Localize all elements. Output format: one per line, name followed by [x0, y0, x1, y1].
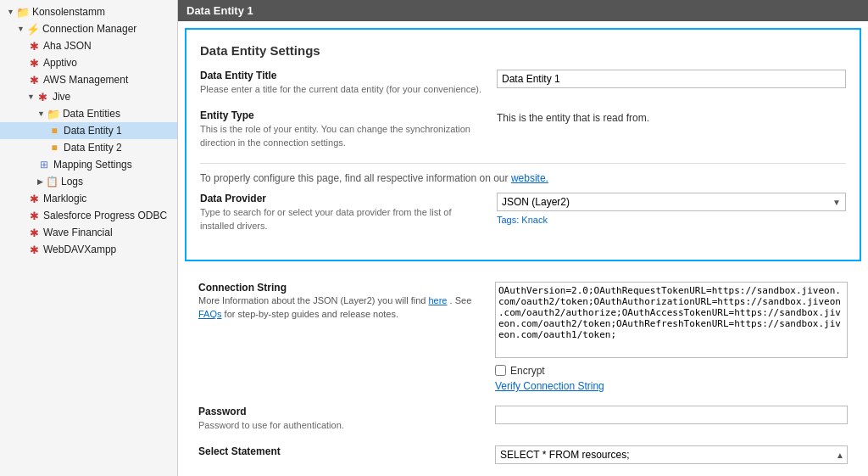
- here-link[interactable]: here: [428, 295, 447, 305]
- password-input[interactable]: [495, 406, 848, 424]
- entity-title-label: Data Entity Title: [200, 70, 487, 81]
- entity-title-desc: Please enter a title for the current dat…: [200, 83, 487, 96]
- password-control: [495, 406, 848, 424]
- sidebar-item-mapping-settings[interactable]: ⊞ Mapping Settings: [0, 156, 177, 173]
- sidebar-item-marklogic[interactable]: ✱ Marklogic: [0, 190, 177, 207]
- logs-icon: 📋: [45, 175, 58, 188]
- faqs-link[interactable]: FAQs: [198, 309, 222, 319]
- sidebar-item-konsolenstamm[interactable]: ▼ 📁 Konsolenstamm: [0, 3, 177, 20]
- data-provider-row: Data Provider Type to search for or sele…: [200, 193, 846, 232]
- gear-icon: ✱: [27, 39, 41, 53]
- sidebar-item-aha-json[interactable]: ✱ Aha JSON: [0, 37, 177, 54]
- entity-type-label-col: Entity Type This is the role of your ent…: [200, 109, 497, 149]
- sidebar-item-label: Data Entity 1: [64, 125, 122, 137]
- sidebar-item-logs[interactable]: ▶ 📋 Logs: [0, 173, 177, 190]
- chevron-up-icon: ▲: [836, 451, 844, 460]
- connection-string-label-col: Connection String More Information about…: [198, 282, 495, 325]
- sidebar-item-apptivo[interactable]: ✱ Apptivo: [0, 54, 177, 71]
- more-info-prefix: More Information about the JSON (Layer2)…: [198, 295, 426, 305]
- sidebar-item-label: Data Entity 2: [64, 142, 122, 154]
- gear-icon: ✱: [27, 209, 41, 222]
- sidebar-item-data-entity-2[interactable]: ■ Data Entity 2: [0, 139, 177, 156]
- tags-prefix: Tags:: [497, 215, 519, 225]
- sidebar-item-wave-financial[interactable]: ✱ Wave Financial: [0, 224, 177, 241]
- data-provider-select[interactable]: JSON (Layer2) SQL Server OData SharePoin…: [497, 193, 846, 211]
- connection-string-control: OAuthVersion=2.0;OAuthRequestTokenURL=ht…: [495, 282, 848, 392]
- password-row: Password Password to use for authenticat…: [198, 406, 848, 432]
- arrow-icon: ▶: [37, 177, 43, 186]
- connection-string-textarea[interactable]: OAuthVersion=2.0;OAuthRequestTokenURL=ht…: [495, 282, 848, 358]
- gear-icon: ✱: [27, 73, 41, 87]
- connection-string-label: Connection String: [198, 282, 485, 294]
- encrypt-checkbox[interactable]: [495, 365, 506, 376]
- main-panel: Data Entity 1 Data Entity Settings Data …: [178, 0, 868, 476]
- see-text: . See: [450, 295, 472, 305]
- entity-title-input[interactable]: [497, 70, 846, 88]
- verify-connection-link[interactable]: Verify Connection String: [495, 380, 848, 392]
- main-body: Data Entity Settings Data Entity Title P…: [178, 21, 868, 476]
- sidebar-item-label: Salesforce Progress ODBC: [43, 210, 167, 221]
- mapping-icon: ⊞: [37, 158, 51, 171]
- sidebar-item-jive[interactable]: ▼ ✱ Jive: [0, 88, 177, 105]
- sidebar-item-label: Mapping Settings: [53, 159, 132, 171]
- select-statement-label: Select Statement: [198, 445, 485, 457]
- arrow-icon: ▼: [27, 92, 35, 101]
- info-text: To properly configure this page, find al…: [200, 172, 509, 184]
- entity-type-value: This is the entity that is read from.: [497, 109, 846, 124]
- sidebar-item-label: Connection Manager: [42, 23, 136, 35]
- entity-type-row: Entity Type This is the role of your ent…: [200, 109, 846, 149]
- entity-icon: ■: [47, 124, 61, 137]
- sidebar-item-webdav[interactable]: ✱ WebDAVXampp: [0, 241, 177, 258]
- entity-type-control: This is the entity that is read from.: [497, 109, 846, 124]
- website-link[interactable]: website.: [511, 172, 548, 184]
- settings-card: Data Entity Settings Data Entity Title P…: [185, 28, 861, 261]
- data-provider-desc: Type to search for or select your data p…: [200, 206, 487, 232]
- sidebar-item-aws[interactable]: ✱ AWS Management: [0, 71, 177, 88]
- sidebar-item-label: AWS Management: [43, 74, 128, 86]
- divider: [200, 163, 846, 164]
- sidebar-item-data-entity-1[interactable]: ■ Data Entity 1: [0, 122, 177, 139]
- connection-icon: ⚡: [26, 22, 40, 36]
- entity-type-desc: This is the role of your entity. You can…: [200, 123, 487, 149]
- password-label: Password: [198, 406, 485, 417]
- entity-title-label-col: Data Entity Title Please enter a title f…: [200, 70, 497, 96]
- sidebar: ▼ 📁 Konsolenstamm ▼ ⚡ Connection Manager…: [0, 0, 178, 476]
- gear-icon: ✱: [27, 243, 41, 256]
- data-provider-label-col: Data Provider Type to search for or sele…: [200, 193, 497, 232]
- main-header-title: Data Entity 1: [186, 4, 253, 17]
- select-statement-input[interactable]: [495, 445, 848, 464]
- connection-string-row: Connection String More Information about…: [198, 282, 848, 392]
- sidebar-item-label: Jive: [53, 91, 70, 103]
- encrypt-label: Encrypt: [510, 365, 545, 377]
- arrow-icon: ▼: [37, 109, 45, 118]
- data-provider-control: JSON (Layer2) SQL Server OData SharePoin…: [497, 193, 846, 225]
- gear-icon: ✱: [27, 192, 41, 205]
- sidebar-item-label: Aha JSON: [43, 40, 92, 52]
- sidebar-item-label: Data Entities: [63, 108, 120, 120]
- gear-icon: ✱: [36, 90, 50, 104]
- connection-string-section: Connection String More Information about…: [185, 268, 861, 476]
- sidebar-item-label: Apptivo: [43, 57, 77, 69]
- entity-icon: ■: [47, 141, 61, 154]
- password-label-col: Password Password to use for authenticat…: [198, 406, 495, 432]
- sidebar-item-data-entities[interactable]: ▼ 📁 Data Entities: [0, 105, 177, 122]
- sidebar-item-salesforce[interactable]: ✱ Salesforce Progress ODBC: [0, 207, 177, 224]
- gear-icon: ✱: [27, 226, 41, 239]
- data-provider-label: Data Provider: [200, 193, 487, 204]
- select-statement-control: ▲: [495, 445, 848, 464]
- for-text: for step-by-step guides and release note…: [225, 309, 398, 319]
- folder-icon: 📁: [16, 5, 30, 19]
- select-statement-label-col: Select Statement: [198, 445, 495, 457]
- more-info-text: More Information about the JSON (Layer2)…: [198, 294, 485, 322]
- sidebar-item-label: Marklogic: [43, 193, 86, 204]
- sidebar-item-label: Konsolenstamm: [32, 6, 105, 18]
- encrypt-row: Encrypt: [495, 365, 848, 377]
- entity-type-label: Entity Type: [200, 109, 487, 121]
- sidebar-item-label: Logs: [61, 176, 83, 188]
- sidebar-item-connection-manager[interactable]: ▼ ⚡ Connection Manager: [0, 20, 177, 37]
- gear-icon: ✱: [27, 56, 41, 70]
- sidebar-item-label: WebDAVXampp: [43, 244, 116, 255]
- data-provider-select-wrap: JSON (Layer2) SQL Server OData SharePoin…: [497, 193, 846, 211]
- tags-value: Knack: [521, 215, 548, 225]
- entity-title-row: Data Entity Title Please enter a title f…: [200, 70, 846, 96]
